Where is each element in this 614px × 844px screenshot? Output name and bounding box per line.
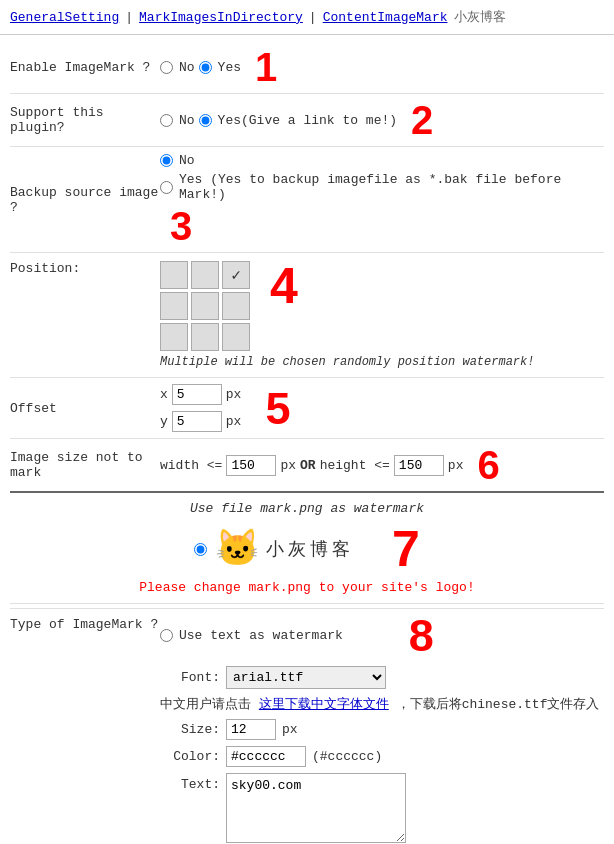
grid-top-left[interactable] — [160, 261, 188, 289]
size-not-mark-content: width <= px OR height <= px 6 — [160, 445, 500, 485]
size-px-label: px — [282, 722, 298, 737]
enable-yes-radio[interactable] — [199, 61, 212, 74]
nav-mark-dir[interactable]: MarkImagesInDirectory — [139, 10, 303, 25]
watermark-image-row: 🐱 小灰博客 7 — [10, 524, 604, 574]
watermark-warn: Please change mark.png to your site's lo… — [10, 580, 604, 595]
support-no-radio[interactable] — [160, 114, 173, 127]
offset-label: Offset — [10, 401, 160, 416]
annotation-3: 3 — [170, 206, 192, 246]
offset-x-input[interactable] — [172, 384, 222, 405]
offset-y-unit: px — [226, 414, 242, 429]
grid-bot-left[interactable] — [160, 323, 188, 351]
support-no-option[interactable]: No — [160, 113, 195, 128]
grid-bot-center[interactable] — [191, 323, 219, 351]
offset-content: x px y px 5 — [160, 384, 290, 432]
support-yes-label: Yes(Give a link to me!) — [218, 113, 397, 128]
backup-no-label: No — [179, 153, 195, 168]
grid-top-center[interactable] — [191, 261, 219, 289]
width-input[interactable] — [226, 455, 276, 476]
annotation-8: 8 — [409, 613, 434, 658]
download-note: 中文用户请点击 这里下载中文字体文件 ，下载后将chinese.ttf文件存入 — [160, 695, 604, 713]
download-post: ，下载后将chinese.ttf文件存入 — [397, 697, 600, 712]
grid-mid-center[interactable] — [191, 292, 219, 320]
enable-no-label: No — [179, 60, 195, 75]
offset-y-row: y px — [160, 411, 241, 432]
font-label: Font: — [160, 670, 220, 685]
type-label: Type of ImageMark ? — [10, 613, 160, 632]
or-text: OR — [300, 458, 316, 473]
watermark-file-title: Use file mark.png as watermark — [10, 501, 604, 516]
backup-yes-option[interactable]: Yes (Yes to backup imagefile as *.bak fi… — [160, 172, 604, 202]
annotation-4: 4 — [270, 261, 298, 311]
download-pre: 中文用户请点击 — [160, 697, 251, 712]
watermark-file-note: Use file mark.png as watermark — [190, 501, 424, 516]
offset-y-input[interactable] — [172, 411, 222, 432]
font-size-input[interactable] — [226, 719, 276, 740]
backup-no-option[interactable]: No — [160, 153, 195, 168]
text-size-row: Size: px — [160, 719, 604, 740]
nav-general[interactable]: GeneralSetting — [10, 10, 119, 25]
width-lte: width <= — [160, 458, 222, 473]
text-label: Text: — [160, 773, 220, 792]
offset-x-unit: px — [226, 387, 242, 402]
text-row: Text: sky00.com — [160, 773, 604, 843]
top-navigation: GeneralSetting | MarkImagesInDirectory |… — [0, 0, 614, 35]
color-note: (#cccccc) — [312, 749, 382, 764]
backup-yes-label: Yes (Yes to backup imagefile as *.bak fi… — [179, 172, 604, 202]
position-grid — [160, 261, 250, 351]
cat-icon: 🐱 — [215, 527, 260, 571]
site-name: 小灰博客 — [266, 537, 354, 561]
height-lte: height <= — [320, 458, 390, 473]
text-watermark-label: Use text as watermark — [179, 628, 343, 643]
enable-imagemark-row: Enable ImageMark ? No Yes 1 — [10, 41, 604, 94]
font-row: Font: arial.ttf — [160, 666, 604, 689]
text-textarea[interactable]: sky00.com — [226, 773, 406, 843]
wm-text-radio[interactable] — [160, 629, 173, 642]
main-content: Enable ImageMark ? No Yes 1 Support this… — [0, 35, 614, 844]
nav-content-img[interactable]: ContentImageMark — [323, 10, 448, 25]
download-link[interactable]: 这里下载中文字体文件 — [259, 697, 389, 712]
font-select[interactable]: arial.ttf — [226, 666, 386, 689]
height-unit: px — [448, 458, 464, 473]
position-row: Position: 4 Multiple will be chosen rand… — [10, 253, 604, 378]
width-unit: px — [280, 458, 296, 473]
site-logo: 小灰博客 — [454, 8, 506, 26]
backup-image-row: Backup source image ? No Yes (Yes to bac… — [10, 147, 604, 253]
height-input[interactable] — [394, 455, 444, 476]
cat-logo: 🐱 小灰博客 — [215, 527, 354, 571]
enable-yes-option[interactable]: Yes — [199, 60, 241, 75]
watermark-file-section: Use file mark.png as watermark 🐱 小灰博客 7 … — [10, 493, 604, 604]
enable-label: Enable ImageMark ? — [10, 60, 160, 75]
enable-yes-label: Yes — [218, 60, 241, 75]
grid-bot-right[interactable] — [222, 323, 250, 351]
type-section: Type of ImageMark ? Use text as watermar… — [10, 608, 604, 844]
wm-image-radio[interactable] — [194, 543, 207, 556]
grid-mid-right[interactable] — [222, 292, 250, 320]
position-note: Multiple will be chosen randomly positio… — [160, 355, 534, 369]
color-label: Color: — [160, 749, 220, 764]
size-not-mark-row: Image size not to mark width <= px OR he… — [10, 439, 604, 493]
enable-no-option[interactable]: No — [160, 60, 195, 75]
support-options: No Yes(Give a link to me!) 2 — [160, 100, 433, 140]
backup-options: No Yes (Yes to backup imagefile as *.bak… — [160, 153, 604, 246]
backup-yes-radio[interactable] — [160, 181, 173, 194]
backup-label: Backup source image ? — [10, 185, 160, 215]
grid-top-right[interactable] — [222, 261, 250, 289]
size-not-mark-label: Image size not to mark — [10, 450, 160, 480]
color-input[interactable] — [226, 746, 306, 767]
support-yes-radio[interactable] — [199, 114, 212, 127]
enable-options: No Yes 1 — [160, 47, 277, 87]
offset-x-label: x — [160, 387, 168, 402]
support-yes-option[interactable]: Yes(Give a link to me!) — [199, 113, 397, 128]
offset-x-row: x px — [160, 384, 241, 405]
position-content: 4 Multiple will be chosen randomly posit… — [160, 261, 534, 369]
support-plugin-row: Support this plugin? No Yes(Give a link … — [10, 94, 604, 147]
size-field-label: Size: — [160, 722, 220, 737]
backup-no-radio[interactable] — [160, 154, 173, 167]
nav-sep-2: | — [309, 10, 317, 25]
enable-no-radio[interactable] — [160, 61, 173, 74]
grid-mid-left[interactable] — [160, 292, 188, 320]
offset-y-label: y — [160, 414, 168, 429]
color-row: Color: (#cccccc) — [160, 746, 604, 767]
nav-sep-1: | — [125, 10, 133, 25]
